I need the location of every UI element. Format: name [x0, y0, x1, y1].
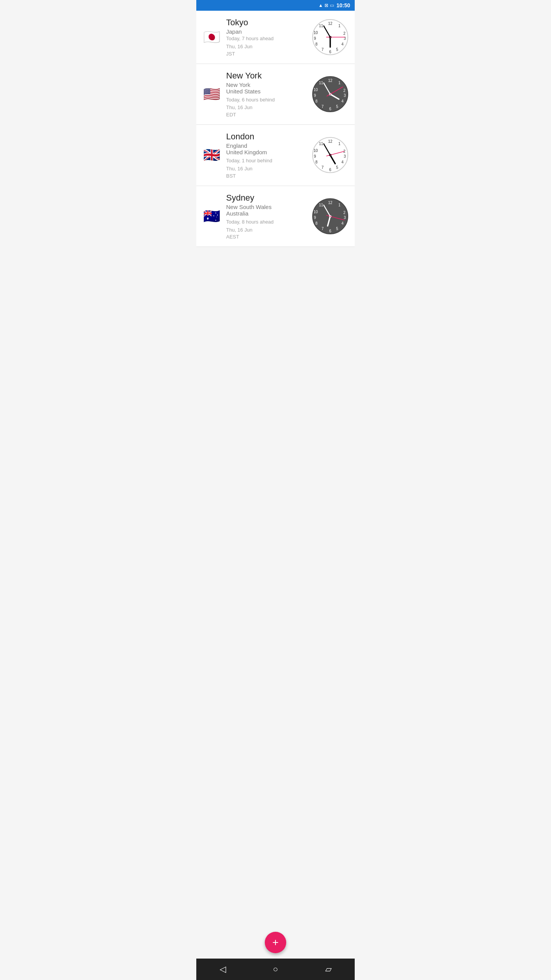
clock-face: 121234567891011 [311, 18, 349, 56]
city-region: New York [226, 82, 307, 88]
svg-text:7: 7 [321, 165, 324, 170]
city-name: Sydney [226, 193, 307, 203]
flag-container: 🇬🇧 [202, 145, 222, 165]
nav-bar: ◁ ○ ▱ [196, 959, 355, 980]
svg-text:5: 5 [336, 47, 338, 51]
recent-button[interactable]: ▱ [321, 962, 336, 977]
svg-text:2: 2 [343, 88, 346, 92]
svg-text:8: 8 [315, 99, 318, 103]
city-country: United Kingdom [226, 149, 307, 155]
svg-text:9: 9 [314, 216, 316, 220]
flag-emoji: 🇯🇵 [203, 30, 220, 44]
city-item-new-york[interactable]: 🇺🇸 New York New YorkUnited States Today,… [196, 64, 355, 125]
city-date: Thu, 16 Jun [226, 165, 307, 173]
svg-text:4: 4 [341, 42, 344, 46]
city-region: New South Wales [226, 204, 307, 210]
status-time: 10:50 [336, 2, 350, 8]
svg-text:6: 6 [329, 49, 331, 54]
svg-point-53 [330, 155, 331, 156]
flag-emoji: 🇺🇸 [203, 87, 220, 101]
svg-text:1: 1 [338, 142, 341, 146]
city-info: Sydney New South WalesAustralia Today, 8… [226, 193, 307, 240]
svg-text:4: 4 [341, 221, 344, 225]
city-date: Thu, 16 Jun [226, 226, 307, 234]
flag-emoji: 🇬🇧 [203, 148, 220, 162]
svg-point-71 [330, 216, 331, 217]
city-item-london[interactable]: 🇬🇧 London EnglandUnited Kingdom Today, 1… [196, 125, 355, 186]
svg-text:1: 1 [338, 23, 341, 28]
svg-text:12: 12 [328, 201, 333, 205]
clock-face: 121234567891011 [311, 197, 349, 235]
svg-text:8: 8 [315, 221, 318, 225]
svg-point-17 [330, 36, 331, 38]
city-region: England [226, 142, 307, 149]
svg-text:7: 7 [321, 47, 324, 51]
city-country: Australia [226, 210, 307, 217]
city-time-offset: Today, 7 hours ahead [226, 35, 307, 43]
city-region: Japan [226, 28, 307, 35]
svg-text:3: 3 [344, 154, 346, 158]
svg-text:10: 10 [313, 87, 318, 91]
svg-text:8: 8 [315, 42, 318, 46]
add-icon: + [272, 937, 279, 948]
svg-text:4: 4 [341, 99, 344, 103]
svg-text:12: 12 [328, 139, 333, 144]
svg-point-35 [330, 93, 331, 95]
city-item-sydney[interactable]: 🇦🇺 Sydney New South WalesAustralia Today… [196, 186, 355, 247]
svg-text:6: 6 [329, 106, 331, 111]
city-time-offset: Today, 8 hours ahead [226, 218, 307, 226]
svg-text:9: 9 [314, 154, 316, 158]
svg-text:11: 11 [319, 203, 323, 207]
svg-text:7: 7 [321, 227, 324, 231]
city-item-tokyo[interactable]: 🇯🇵 Tokyo Japan Today, 7 hours ahead Thu,… [196, 11, 355, 64]
svg-text:2: 2 [343, 31, 346, 35]
clock-face: 121234567891011 [311, 136, 349, 174]
svg-text:8: 8 [315, 160, 318, 164]
city-timezone: AEST [226, 234, 307, 240]
flag-container: 🇺🇸 [202, 84, 222, 104]
svg-text:3: 3 [344, 36, 346, 40]
svg-text:11: 11 [319, 142, 323, 146]
wifi-icon: ▲ [318, 3, 323, 8]
svg-text:1: 1 [338, 203, 341, 207]
fab-container: + [196, 932, 355, 953]
clock-face: 121234567891011 [311, 75, 349, 113]
status-bar: ▲ ⊠ ▭ 10:50 [196, 0, 355, 11]
svg-text:11: 11 [319, 23, 323, 28]
city-date: Thu, 16 Jun [226, 43, 307, 51]
city-name: New York [226, 71, 307, 81]
add-clock-button[interactable]: + [265, 932, 286, 953]
svg-text:12: 12 [328, 21, 333, 25]
svg-text:3: 3 [344, 216, 346, 220]
city-info: New York New YorkUnited States Today, 6 … [226, 71, 307, 118]
svg-text:10: 10 [313, 149, 318, 153]
city-timezone: EDT [226, 112, 307, 118]
battery-icon: ▭ [330, 3, 334, 8]
flag-emoji: 🇦🇺 [203, 209, 220, 223]
svg-text:6: 6 [329, 168, 331, 172]
city-time-offset: Today, 6 hours behind [226, 96, 307, 104]
city-info: London EnglandUnited Kingdom Today, 1 ho… [226, 132, 307, 179]
svg-text:7: 7 [321, 104, 324, 108]
svg-text:3: 3 [344, 93, 346, 97]
city-name: London [226, 132, 307, 142]
svg-text:12: 12 [328, 78, 333, 82]
back-button[interactable]: ◁ [215, 962, 230, 977]
svg-text:5: 5 [336, 104, 338, 108]
home-button[interactable]: ○ [268, 962, 283, 977]
flag-container: 🇦🇺 [202, 206, 222, 226]
svg-text:4: 4 [341, 160, 344, 164]
city-date: Thu, 16 Jun [226, 104, 307, 112]
svg-text:5: 5 [336, 165, 338, 170]
svg-text:9: 9 [314, 93, 316, 97]
city-info: Tokyo Japan Today, 7 hours ahead Thu, 16… [226, 18, 307, 57]
city-name: Tokyo [226, 18, 307, 28]
svg-text:6: 6 [329, 229, 331, 233]
city-country: United States [226, 88, 307, 95]
flag-container: 🇯🇵 [202, 27, 222, 47]
svg-text:2: 2 [343, 211, 346, 215]
city-timezone: BST [226, 173, 307, 179]
sim-icon: ⊠ [324, 3, 328, 8]
svg-text:10: 10 [313, 30, 318, 34]
svg-text:10: 10 [313, 210, 318, 214]
